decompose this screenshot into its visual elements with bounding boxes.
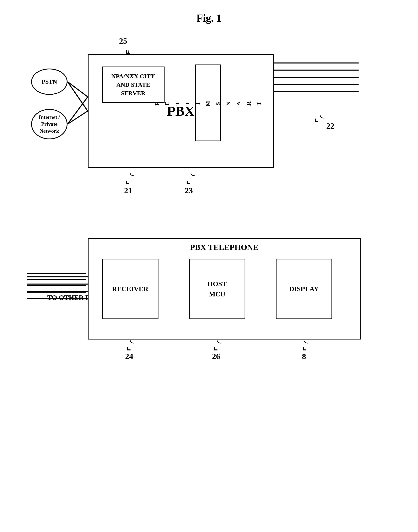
ref-25: 25	[119, 36, 127, 46]
wire-line-1	[274, 62, 359, 63]
pstn-node: PSTN	[31, 69, 68, 95]
ref-26-bracket: ⌞	[213, 342, 218, 352]
svg-line-3	[68, 97, 88, 124]
wire-line-left-2	[27, 279, 86, 280]
display-box: DISPLAY	[276, 259, 332, 319]
ref-25-bracket: ⌞	[125, 45, 129, 55]
ref-8: 8	[302, 352, 306, 361]
ref-8-bracket: ⌞	[302, 342, 307, 352]
wire-bus	[274, 62, 359, 92]
ref-21: 21	[124, 186, 132, 195]
receiver-box: RECEIVER	[102, 259, 159, 319]
ref-24-bracket: ⌞	[127, 342, 131, 352]
wire-line-3	[274, 77, 359, 78]
wire-line-left-1	[27, 273, 86, 274]
wire-line-left-4	[27, 292, 86, 293]
ref-24: 24	[125, 352, 133, 361]
svg-line-0	[68, 82, 88, 97]
ref-23: 23	[185, 186, 193, 195]
transmitter-box: T R A N S M I T T E R	[195, 64, 221, 141]
ref-23-bracket: ⌞	[186, 175, 190, 186]
ref-21-bracket: ⌞	[125, 175, 129, 186]
wire-line-2	[274, 70, 359, 71]
ref-26: 26	[212, 352, 220, 361]
svg-line-1	[68, 111, 88, 124]
pbx-phone-title: PBX TELEPHONE	[88, 238, 360, 252]
wire-line-left-3	[27, 285, 86, 286]
server-box: NPA/NXX CITY AND STATE SERVER	[102, 67, 164, 103]
svg-line-2	[68, 82, 88, 111]
internet-node: Internet / Private Network	[31, 109, 68, 139]
ref-22: 22	[326, 121, 334, 131]
diagram2: TO OTHER PHONES PBX TELEPHONE RECEIVER H…	[27, 232, 391, 370]
wire-line-4	[274, 84, 359, 85]
figure-title: Fig. 1	[0, 12, 418, 24]
wire-line-5	[274, 91, 359, 92]
diagram1: PSTN Internet / Private Network NPA/NXX …	[27, 34, 391, 216]
host-mcu-box: HOST MCU	[189, 259, 245, 319]
ref-22-bracket: ⌞	[314, 113, 318, 124]
wire-bus-left	[27, 273, 86, 293]
